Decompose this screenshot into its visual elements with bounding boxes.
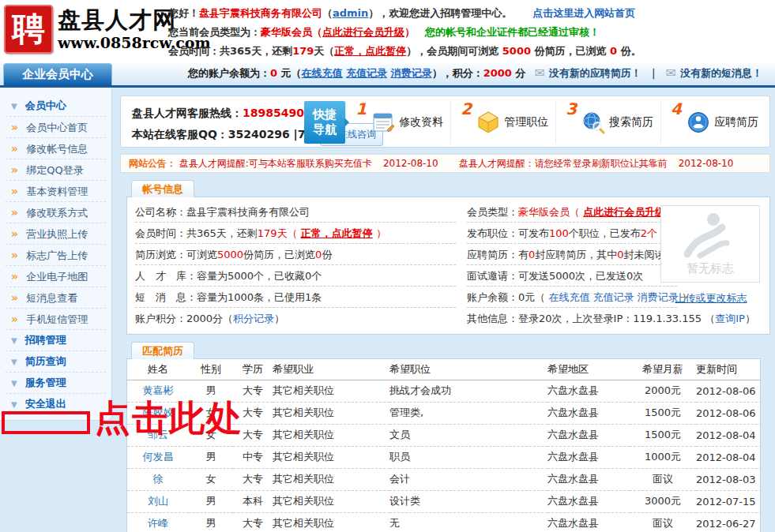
pause-link[interactable]: 正常，点此暂停 [334, 45, 406, 57]
recharge-history-link[interactable]: 充值记录 [593, 291, 634, 303]
tab-enterprise-member-center[interactable]: 企业会员中心 [3, 63, 112, 85]
sidebar-item[interactable]: ▼ » 服务管理 [6, 373, 106, 394]
sidebar-item[interactable]: ▼ » 会员中心首页 [6, 117, 106, 138]
cell-desired-position: 无 [389, 512, 547, 532]
sidebar-item[interactable]: ▼ » 短消息查看 [6, 287, 106, 309]
no-logo-text: 暂无标志 [687, 261, 734, 276]
text-seg: ），欢迎您进入招聘管理中心。 [368, 7, 512, 19]
text-seg: 您的帐号和企业证件都已经通过审核！ [425, 26, 600, 38]
text-seg [512, 7, 532, 19]
upgrade-link[interactable]: 点此进行会员升级 [583, 206, 665, 218]
cell-desired-region: 六盘水盘县 [547, 380, 630, 402]
cube-icon [476, 111, 500, 134]
quick-nav-label: 修改资料 [399, 115, 443, 129]
sidebar-item[interactable]: ▼ » 企业电子地图 [6, 266, 106, 287]
text-seg: 封未阅读 [624, 249, 665, 260]
col-gender: 性别 [189, 359, 233, 380]
text-seg: 您当前会员类型为： [168, 26, 261, 38]
points-history-link[interactable]: 积分记录 [233, 313, 274, 324]
resume-name-link[interactable]: 许峰 [127, 512, 189, 532]
cell-desired-position: 会计 [389, 468, 547, 490]
welcome-block: 您好！盘县宇震科技商务有限公司（admin），欢迎您进入招聘管理中心。 点击这里… [168, 4, 641, 61]
cell-desired-career: 其它相关职位 [273, 424, 389, 446]
recharge-link[interactable]: 在线充值 [302, 67, 343, 79]
company-logo-area: 暂无标志 上传或更改标志 [660, 205, 762, 305]
recharge-link[interactable]: 在线充值 [548, 291, 589, 303]
sidebar-item[interactable]: ▼ » 手机短信管理 [6, 309, 106, 330]
sidebar-item[interactable]: ▼ » 简历查询 [6, 351, 106, 373]
mail-notices: ✉ 没有新的应聘简历！ ｜ ✉ 没有新的短消息！ [534, 66, 762, 81]
query-ip-link[interactable]: 查询IP [715, 313, 745, 324]
step-number: 1 [356, 101, 367, 117]
cell-desired-position: 设计类 [389, 490, 547, 512]
account-info-row: 会员时间：共365天，还剩179天（ 正常，点此暂停 ） [135, 223, 456, 244]
sidebar-item[interactable]: ▼ » 修改帐号信息 [6, 138, 106, 159]
recruitment-admin-page: 聘 盘县人才网 www.0858rcw.com 您好！盘县宇震科技商务有限公司（… [0, 0, 775, 532]
sidebar-item-label: 营业执照上传 [26, 228, 88, 240]
announcement-item[interactable]: 盘县人才网提醒：请您经常登录刷新职位让其靠前2012-08-10 [459, 158, 734, 169]
quick-nav-search-resumes[interactable]: 3 搜索简历 [555, 101, 660, 144]
table-row: 徐 女 大专 其它相关职位 会计 六盘水盘县 面议 2012-08-03 [127, 468, 761, 490]
pause-link[interactable]: 正常，点此暂停 [301, 227, 373, 239]
resume-name-link[interactable]: 刘山 [127, 490, 189, 512]
double-arrow-icon: » [11, 185, 18, 197]
text-seg: 其他信息：登录20次，上次登录IP：119.1.33.155 （ [467, 313, 715, 324]
quick-nav-edit-profile[interactable]: 1 修改资料 [345, 101, 450, 144]
qq-label: 本站在线客服QQ： [132, 128, 228, 140]
cell-gender: 女 [189, 468, 233, 490]
announcement-text: 盘县人才网提醒：请您经常登录刷新职位让其靠前 [459, 158, 668, 169]
recharge-history-link[interactable]: 充值记录 [346, 67, 387, 79]
text-seg: 应聘简历：有 [467, 249, 529, 260]
text-seg [415, 26, 425, 38]
text-seg: 账户积分：2000分（ [135, 313, 233, 324]
step-number: 4 [671, 101, 682, 117]
cell-desired-salary: 1000元 [630, 446, 696, 468]
sidebar-item[interactable]: ▼ » 基本资料管理 [6, 181, 106, 202]
col-education: 学历 [233, 359, 273, 380]
cell-gender: 男 [189, 512, 233, 532]
announcement-item[interactable]: 盘县人才网提醒:可与本站客服联系购买充值卡2012-08-10 [179, 158, 438, 169]
quick-nav-manage-jobs[interactable]: 2 管理职位 [450, 101, 555, 144]
text-seg: 个职位，已发布 [569, 227, 641, 239]
sidebar-item[interactable]: ▼ » 营业执照上传 [6, 223, 106, 245]
table-header-row: 姓名 性别 学历 希望职业 希望职位 希望地区 希望月薪 更新时间 [127, 359, 761, 380]
welcome-line-3: 会员时间：共365天，还剩179天（正常，点此暂停），会员期间可浏览 5000 … [168, 42, 641, 61]
no-new-applications-notice[interactable]: 没有新的应聘简历！ [549, 66, 641, 81]
resume-name-link[interactable]: 何发昌 [127, 446, 189, 468]
cell-desired-region: 六盘水盘县 [547, 446, 630, 468]
spending-history-link[interactable]: 消费记录 [391, 67, 432, 79]
text-seg: 天（ [277, 227, 301, 239]
account-info-row: 应聘简历：有0封应聘简历，其中0封未阅读 [467, 244, 677, 265]
home-link[interactable]: 点击这里进入网站首页 [532, 7, 635, 19]
no-new-messages-notice[interactable]: 没有新的短消息！ [680, 66, 762, 81]
sidebar-item-label: 修改帐号信息 [26, 143, 88, 155]
cell-desired-career: 其它相关职位 [273, 402, 389, 424]
sidebar-item[interactable]: ▼ » 绑定QQ登录 [6, 159, 106, 181]
step-number: 2 [461, 101, 472, 117]
upload-logo-link[interactable]: 上传或更改标志 [675, 291, 747, 305]
cell-desired-position: 职员 [389, 446, 547, 468]
quick-nav-applications[interactable]: 4 应聘简历 [660, 101, 766, 144]
chevron-down-icon: ▼ [11, 358, 17, 366]
welcome-line-1: 您好！盘县宇震科技商务有限公司（admin），欢迎您进入招聘管理中心。 点击这里… [168, 4, 641, 23]
text-seg: ） [745, 313, 755, 324]
text-seg: 人 才 库：容量为5000个，已收藏0个 [135, 270, 322, 282]
account-info-row: 账户余额：0元（ 在线充值 充值记录 消费记录 ） [467, 287, 677, 308]
form-icon [371, 111, 395, 134]
qq-number: 35240296 |79 [228, 128, 313, 140]
text-seg: 豪华版会员 [518, 206, 570, 218]
sidebar-item[interactable]: ▼ » 标志广告上传 [6, 245, 106, 266]
cell-gender: 男 [189, 446, 233, 468]
account-info-row: 简历浏览：可浏览5000份简历，已浏览0份 [135, 244, 456, 265]
text-seg: ），会员期间可浏览 [406, 45, 502, 57]
cell-desired-salary: 1500元 [630, 402, 696, 424]
site-identity: 盘县人才网 www.0858rcw.com [58, 6, 172, 51]
sidebar-item[interactable]: ▼ » 会员中心 [6, 96, 106, 117]
resume-name-link[interactable]: 徐 [127, 468, 189, 490]
text-seg: 0 [610, 45, 617, 57]
admin-link[interactable]: admin [333, 7, 368, 19]
upgrade-link[interactable]: 点此进行会员升级 [322, 26, 404, 38]
sidebar-item[interactable]: ▼ » 修改联系方式 [6, 202, 106, 223]
sidebar-item[interactable]: ▼ » 招聘管理 [6, 330, 106, 351]
text-seg: （ [570, 206, 583, 218]
